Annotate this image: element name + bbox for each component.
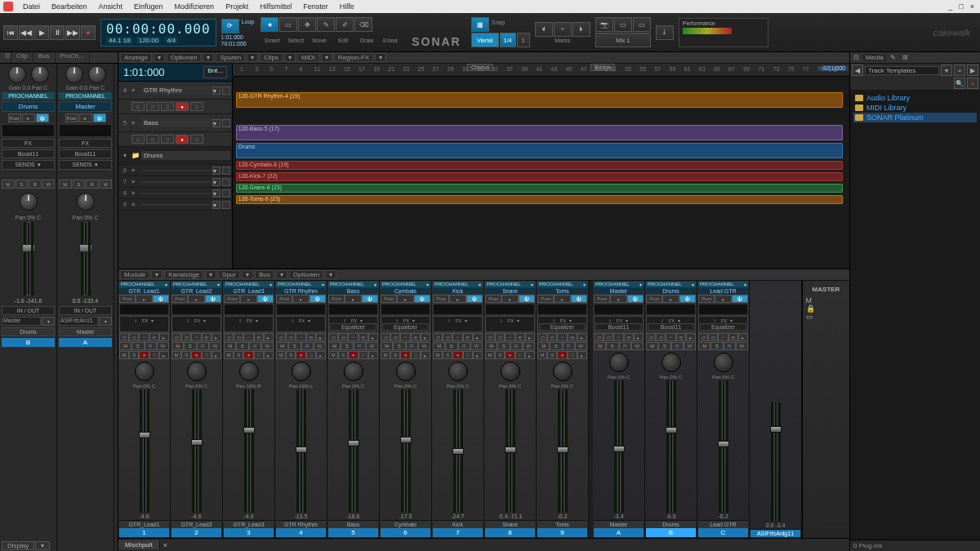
audio-clip[interactable]: Drums	[236, 143, 844, 158]
mark-prev[interactable]: ⏴	[535, 22, 553, 37]
read-btn[interactable]: R	[619, 342, 631, 350]
mute-btn[interactable]: □	[131, 102, 145, 111]
audio-clip[interactable]: 120-Snare-8 (23)	[236, 184, 844, 193]
eq-slot[interactable]: Boost11	[595, 323, 642, 331]
m-btn[interactable]: M	[59, 180, 72, 189]
mute-btn[interactable]: M	[172, 342, 184, 350]
erase-tool[interactable]: ⌫	[354, 17, 372, 32]
mute-btn[interactable]: M	[537, 342, 550, 350]
edit-tool[interactable]: ✎	[317, 17, 335, 32]
master-mute[interactable]: M	[806, 296, 847, 304]
post-btn[interactable]: Post	[537, 295, 554, 303]
insert-btn[interactable]: ▸	[79, 113, 92, 122]
clip-lane-1[interactable]: 120-Bass-5 (17)	[233, 124, 849, 142]
write-btn[interactable]: W	[314, 342, 326, 350]
pause-button[interactable]: ⏸	[50, 25, 65, 40]
fader[interactable]	[247, 389, 251, 513]
solo-btn[interactable]: □	[146, 135, 159, 144]
arm-btn[interactable]: ●	[505, 351, 514, 359]
menu-window[interactable]: Fenster	[298, 2, 333, 11]
dest-channel[interactable]: B	[2, 338, 55, 347]
track-row-5[interactable]: 5≡Bass▾	[118, 114, 232, 132]
snap-v2[interactable]: 1	[517, 33, 530, 47]
track-row-9[interactable]: 9≡▾	[118, 199, 232, 211]
fader[interactable]	[670, 380, 673, 513]
write-btn[interactable]: W	[157, 342, 169, 350]
console-tab[interactable]: Mischpult	[118, 540, 160, 549]
tab-close[interactable]: ×	[160, 541, 171, 549]
rec-btn[interactable]: ●	[176, 135, 189, 144]
insp-tab-bus[interactable]: Bus	[33, 52, 56, 63]
power-btn[interactable]: ⏻	[732, 295, 748, 303]
tv-spuren[interactable]: Spuren	[216, 53, 245, 62]
channel-number[interactable]: A	[594, 528, 644, 537]
write-btn[interactable]: W	[470, 342, 483, 350]
menu-edit[interactable]: Bearbeiten	[47, 2, 92, 11]
track-name[interactable]: Drums	[141, 151, 230, 160]
strip-name[interactable]: GTR Rhythm	[276, 288, 326, 294]
prochannel-header[interactable]: PROCHANNEL▾	[276, 282, 326, 287]
gain-knob[interactable]	[8, 65, 26, 83]
channel-number[interactable]: 1	[119, 528, 169, 537]
mark-next[interactable]: ⏵	[572, 22, 590, 37]
gain-knob[interactable]	[65, 65, 83, 83]
browser-tab-2[interactable]: ✎	[887, 54, 899, 61]
br-dd-arrow[interactable]: ▾	[941, 64, 952, 76]
track-time-display[interactable]: 1:01:000 Bnt...	[118, 64, 232, 82]
eq-curve[interactable]	[172, 304, 221, 315]
c-spur[interactable]: Spur	[218, 270, 240, 279]
br-dropdown[interactable]: Track Templates	[865, 66, 939, 75]
prochannel-header[interactable]: PROCHANNEL▾	[646, 282, 696, 287]
pan-knob[interactable]	[31, 65, 49, 83]
strip-name[interactable]: Master	[594, 288, 644, 294]
power-btn[interactable]: ⏻	[257, 295, 274, 303]
prochannel-header[interactable]: PROCHANNEL▾	[485, 282, 535, 287]
read-btn[interactable]: R	[724, 342, 736, 350]
move-tool[interactable]: ✥	[298, 17, 316, 32]
fader[interactable]	[457, 389, 460, 513]
mute-btn[interactable]: M	[698, 342, 710, 350]
post-btn[interactable]: Post	[594, 295, 610, 303]
window-minimize[interactable]: _	[946, 2, 955, 11]
clip-lane-4[interactable]: 120-Kick-7 (22)	[233, 171, 849, 183]
strip-name[interactable]: Snare	[485, 288, 535, 294]
pan-knob[interactable]	[344, 362, 363, 381]
eq-slot[interactable]: Equalizer	[700, 323, 746, 331]
post-btn[interactable]: Post	[698, 295, 715, 303]
power-btn[interactable]: ⏻	[627, 295, 644, 303]
channel-number[interactable]: 4	[276, 528, 326, 537]
channel-number[interactable]: 3	[224, 528, 274, 537]
eq-slot[interactable]: Equalizer	[539, 323, 586, 331]
read-btn[interactable]: R	[197, 342, 209, 350]
loop-toggle[interactable]: ⟳	[221, 19, 239, 33]
eq-thumb[interactable]	[59, 124, 112, 137]
audio-clip[interactable]: 120-Bass-5 (17)	[236, 125, 844, 140]
fader[interactable]	[404, 389, 408, 513]
channel-number[interactable]: 6	[381, 528, 430, 537]
prochannel-header[interactable]: PROCHANNEL▾	[172, 282, 221, 287]
eq-curve[interactable]	[381, 304, 430, 315]
prochannel-header[interactable]: PROCHANNEL▾	[537, 282, 587, 287]
pan-knob[interactable]	[292, 362, 311, 381]
dest-channel[interactable]: A	[59, 338, 112, 347]
menu-project[interactable]: Projekt	[220, 2, 253, 11]
clip-lane-3[interactable]: 120-Cymbals-6 (19)	[233, 160, 849, 171]
track-name[interactable]: Bass	[141, 118, 211, 127]
solo-btn[interactable]: S	[658, 342, 670, 350]
post-btn[interactable]: Post	[224, 295, 240, 303]
eq-curve[interactable]	[224, 304, 274, 315]
snap-toggle[interactable]: ▦	[471, 17, 489, 32]
prochannel-header[interactable]: PROCHANNEL▾	[698, 282, 748, 287]
post-btn[interactable]: Post	[8, 113, 21, 122]
solo-btn[interactable]: S	[236, 342, 248, 350]
fader[interactable]	[143, 389, 146, 513]
track-name[interactable]: GTR Rhythm	[141, 86, 211, 95]
channel-number[interactable]: 8	[485, 528, 535, 537]
eq-slot[interactable]: Equalizer	[382, 323, 429, 331]
strip-name[interactable]: Kick	[433, 288, 483, 294]
write-btn[interactable]: W	[418, 342, 430, 350]
arm-btn[interactable]: ●	[557, 351, 567, 359]
mute-btn[interactable]: M	[433, 342, 445, 350]
mute-btn[interactable]: M	[224, 342, 236, 350]
snap-resolution[interactable]: Viertel	[471, 33, 499, 47]
